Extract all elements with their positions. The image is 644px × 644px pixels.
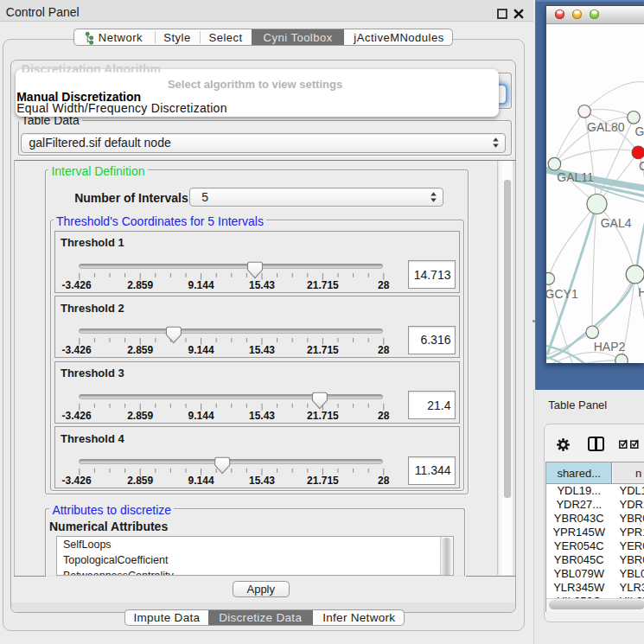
- svg-text:GCY1: GCY1: [546, 287, 578, 301]
- svg-text:GAL80: GAL80: [587, 120, 625, 134]
- svg-text:15.43: 15.43: [249, 409, 275, 421]
- svg-text:21.715: 21.715: [307, 409, 339, 421]
- svg-text:15.43: 15.43: [249, 278, 275, 290]
- svg-text:9.144: 9.144: [188, 344, 214, 356]
- svg-text:GAL1: GAL1: [634, 124, 644, 138]
- svg-text:-3.426: -3.426: [62, 475, 92, 487]
- svg-text:2.859: 2.859: [128, 278, 154, 290]
- svg-text:GAL11: GAL11: [557, 170, 594, 184]
- svg-text:9.144: 9.144: [188, 475, 214, 487]
- svg-text:28: 28: [379, 344, 391, 356]
- svg-text:9.144: 9.144: [188, 278, 214, 290]
- svg-text:-3.426: -3.426: [62, 344, 92, 356]
- svg-text:-3.426: -3.426: [62, 409, 92, 421]
- svg-text:9.144: 9.144: [188, 409, 214, 421]
- svg-text:2.859: 2.859: [128, 409, 154, 421]
- svg-text:21.715: 21.715: [307, 344, 339, 356]
- svg-text:H: H: [638, 285, 644, 299]
- svg-text:28: 28: [379, 475, 391, 487]
- svg-text:-3.426: -3.426: [62, 278, 92, 290]
- svg-text:21.715: 21.715: [307, 278, 339, 290]
- svg-text:HAP2: HAP2: [594, 340, 626, 354]
- svg-text:GAL4: GAL4: [601, 216, 632, 230]
- svg-text:15.43: 15.43: [249, 475, 275, 487]
- svg-text:2.859: 2.859: [128, 475, 154, 487]
- svg-text:2.859: 2.859: [128, 344, 154, 356]
- svg-text:21.715: 21.715: [307, 475, 339, 487]
- svg-text:28: 28: [379, 409, 391, 421]
- svg-text:15.43: 15.43: [249, 344, 275, 356]
- svg-text:28: 28: [379, 278, 391, 290]
- svg-text:C: C: [639, 159, 644, 173]
